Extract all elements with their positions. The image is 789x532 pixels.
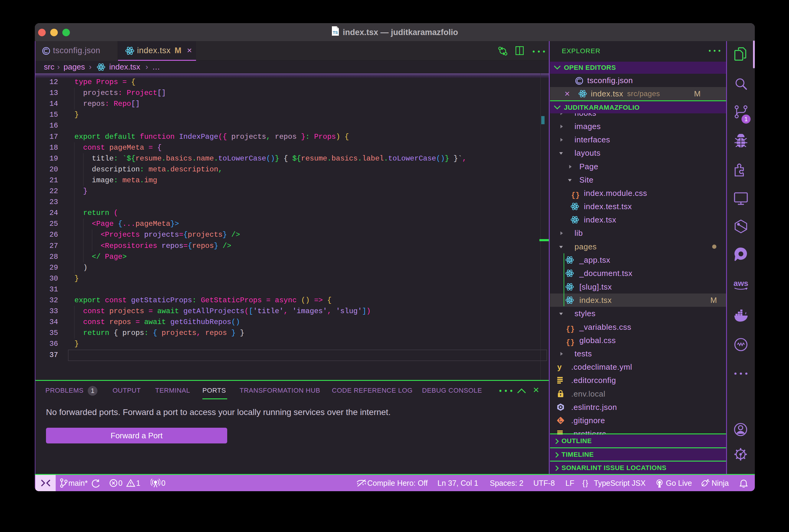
svg-text:TS: TS — [333, 30, 338, 35]
